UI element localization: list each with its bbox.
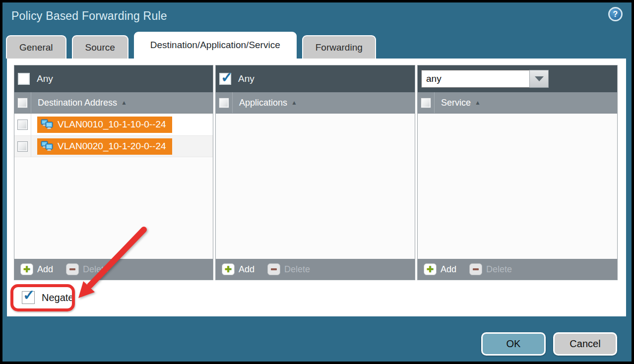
row-checkbox[interactable]: ✓	[17, 141, 28, 152]
tab-content: ✓ Any ✓ Destination Address ▲ ✓	[7, 59, 626, 316]
applications-delete-button[interactable]: Delete	[267, 263, 310, 275]
negate-label: Negate	[42, 292, 74, 303]
service-panel: any ✓ Service ▲ ✚ Add Delete	[417, 65, 618, 280]
delete-minus-icon	[267, 263, 280, 275]
negate-control: ✓ Negate	[22, 291, 74, 304]
tab-general[interactable]: General	[6, 35, 66, 59]
service-select-all-checkbox[interactable]: ✓	[421, 98, 431, 108]
destination-add-button[interactable]: ✚ Add	[20, 263, 53, 275]
network-address-icon	[40, 119, 54, 130]
applications-panel: ✓ Any ✓ Applications ▲ ✚ Add Delete	[215, 65, 415, 280]
add-plus-icon: ✚	[222, 263, 235, 275]
ok-button[interactable]: OK	[481, 332, 546, 356]
service-footer: ✚ Add Delete	[418, 259, 617, 280]
address-object-label: VLAN0020_10-1-20-0--24	[58, 141, 166, 152]
applications-add-button[interactable]: ✚ Add	[222, 263, 254, 275]
table-row: ✓ VLAN0020_10-1-20-0--24	[14, 135, 213, 157]
service-column-label[interactable]: Service	[441, 98, 471, 108]
add-plus-icon: ✚	[20, 263, 33, 275]
applications-any-label: Any	[238, 73, 254, 84]
address-object-vlan0010[interactable]: VLAN0010_10-1-10-0--24	[37, 117, 172, 133]
help-icon[interactable]: ?	[608, 7, 623, 21]
service-add-button[interactable]: ✚ Add	[424, 263, 456, 275]
sort-asc-icon[interactable]: ▲	[475, 99, 481, 106]
destination-any-bar: ✓ Any	[14, 65, 213, 92]
help-glyph: ?	[613, 10, 618, 19]
address-object-label: VLAN0010_10-1-10-0--24	[58, 119, 166, 130]
applications-column-label[interactable]: Applications	[239, 98, 287, 108]
destination-list: ✓ VLAN0010_10-1-10-0--24	[14, 114, 213, 259]
tab-source[interactable]: Source	[72, 35, 128, 59]
dropdown-button[interactable]	[529, 70, 549, 88]
service-any-bar: any	[418, 65, 617, 92]
delete-minus-icon	[469, 263, 482, 275]
applications-any-checkbox[interactable]: ✓	[219, 73, 231, 85]
delete-minus-icon	[66, 263, 79, 275]
destination-column-header: ✓ Destination Address ▲	[14, 92, 213, 114]
applications-column-header: ✓ Applications ▲	[216, 92, 415, 114]
pbf-rule-dialog: Policy Based Forwarding Rule ? General S…	[2, 2, 632, 362]
row-checkbox[interactable]: ✓	[17, 120, 28, 130]
tab-destination-application-service[interactable]: Destination/Application/Service	[134, 32, 297, 59]
service-column-header: ✓ Service ▲	[418, 92, 617, 114]
network-address-icon	[40, 140, 54, 152]
service-type-dropdown[interactable]: any	[421, 70, 549, 88]
applications-footer: ✚ Add Delete	[216, 259, 415, 280]
destination-any-checkbox[interactable]: ✓	[18, 73, 30, 85]
destination-footer: ✚ Add Delete	[14, 259, 213, 280]
service-list	[418, 114, 617, 259]
service-delete-button[interactable]: Delete	[469, 263, 512, 275]
destination-column-label[interactable]: Destination Address	[38, 98, 117, 108]
destination-panel: ✓ Any ✓ Destination Address ▲ ✓	[14, 65, 213, 280]
cancel-button[interactable]: Cancel	[553, 332, 617, 356]
tab-bar: General Source Destination/Application/S…	[6, 32, 381, 59]
sort-asc-icon[interactable]: ▲	[291, 99, 297, 106]
negate-checkbox[interactable]: ✓	[22, 291, 35, 304]
applications-any-bar: ✓ Any	[216, 65, 415, 92]
tab-forwarding[interactable]: Forwarding	[302, 35, 376, 59]
destination-delete-button[interactable]: Delete	[66, 263, 109, 275]
chevron-down-icon	[535, 76, 544, 81]
address-object-vlan0020[interactable]: VLAN0020_10-1-20-0--24	[37, 138, 172, 155]
destination-any-label: Any	[37, 73, 53, 84]
add-plus-icon: ✚	[424, 263, 437, 275]
sort-asc-icon[interactable]: ▲	[121, 99, 127, 106]
applications-list	[216, 114, 415, 259]
dialog-title: Policy Based Forwarding Rule	[11, 9, 167, 23]
table-row: ✓ VLAN0010_10-1-10-0--24	[14, 114, 213, 135]
service-type-value: any	[421, 70, 529, 88]
destination-select-all-checkbox[interactable]: ✓	[17, 98, 28, 108]
applications-select-all-checkbox[interactable]: ✓	[219, 98, 229, 108]
